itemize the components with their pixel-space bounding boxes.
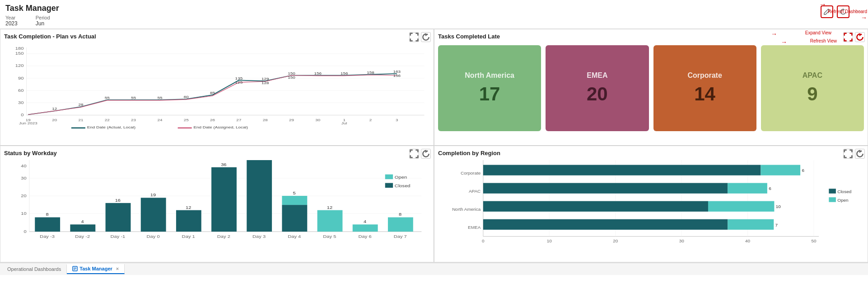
svg-text:Jul: Jul [341, 121, 347, 125]
svg-text:22: 22 [105, 118, 110, 122]
svg-text:158: 158 [367, 71, 374, 74]
svg-text:30: 30 [679, 239, 685, 244]
line-chart-title: Task Completion - Plan vs Actual [4, 33, 430, 40]
svg-text:28: 28 [263, 118, 268, 122]
status-workday-svg: 0 10 20 30 40 8 4 16 [4, 160, 430, 248]
svg-text:12: 12 [327, 205, 333, 209]
tasks-late-grid: North America17EMEA20Corporate14APAC9 [438, 45, 864, 131]
completion-region-panel: Completion by Region Corporate APAC Nort… [434, 146, 868, 262]
status-workday-expand-button[interactable] [409, 149, 419, 159]
bar-corporate-closed [483, 165, 761, 175]
svg-text:60: 60 [18, 88, 24, 92]
svg-text:20: 20 [52, 118, 57, 122]
svg-text:20: 20 [21, 194, 27, 198]
svg-text:85: 85 [210, 91, 215, 95]
svg-text:Closed: Closed [395, 184, 411, 188]
svg-text:125: 125 [235, 81, 243, 84]
svg-text:Day 2: Day 2 [217, 234, 230, 239]
header-right: Edit Dashboard icon → Refresh Dashboard … [821, 5, 863, 18]
bar-day0-closed [141, 198, 166, 232]
svg-text:5: 5 [293, 191, 296, 195]
refresh-arrow: → [828, 14, 867, 21]
svg-text:12: 12 [52, 107, 57, 111]
svg-text:6: 6 [769, 186, 771, 191]
svg-text:180: 180 [15, 46, 24, 50]
bar-day6-open [353, 224, 378, 232]
svg-text:156: 156 [341, 71, 348, 75]
svg-text:30: 30 [21, 176, 27, 180]
svg-text:APAC: APAC [469, 189, 481, 194]
refresh-view-annotation: Refresh View [810, 38, 837, 43]
region-card-north-america: North America17 [438, 45, 541, 131]
bar-day4-closed [282, 205, 307, 232]
tasks-late-panel: Tasks Completed Late Expand View → Refre… [434, 29, 868, 146]
svg-text:Closed: Closed [837, 189, 851, 194]
svg-text:0: 0 [21, 113, 24, 117]
svg-text:Open: Open [837, 198, 848, 203]
region-name: North America [465, 71, 514, 80]
svg-text:30: 30 [18, 100, 24, 104]
svg-text:50: 50 [812, 239, 817, 244]
status-workday-controls [409, 149, 431, 159]
page-title: Task Manager [5, 4, 59, 13]
completion-region-chart: Corporate APAC North America EMEA 42 [438, 160, 864, 248]
bar-emea-closed [483, 219, 728, 230]
svg-text:4: 4 [364, 219, 366, 224]
tab-operational-dashboards[interactable]: Operational Dashboards [2, 265, 67, 274]
bottom-tabs: Operational Dashboards Task Manager × [0, 262, 868, 275]
svg-text:150: 150 [288, 76, 295, 79]
svg-text:EMEA: EMEA [468, 225, 481, 230]
svg-text:29: 29 [289, 118, 294, 122]
svg-rect-49 [71, 127, 85, 128]
svg-text:55: 55 [157, 96, 162, 99]
svg-text:55: 55 [105, 96, 110, 99]
year-label: Year [5, 15, 18, 20]
tab-task-manager-close-button[interactable]: × [116, 266, 119, 271]
line-chart-refresh-button[interactable] [421, 32, 431, 42]
svg-text:End Date (Assigned, Local): End Date (Assigned, Local) [193, 126, 248, 129]
svg-text:150: 150 [15, 52, 24, 56]
expand-icon [844, 149, 853, 158]
svg-text:120: 120 [15, 64, 24, 68]
region-card-corporate: Corporate14 [653, 45, 756, 131]
svg-text:10: 10 [547, 239, 552, 244]
svg-text:16: 16 [115, 198, 121, 202]
status-workday-refresh-button[interactable] [421, 149, 431, 159]
svg-text:4: 4 [81, 219, 84, 224]
completion-region-expand-button[interactable] [843, 149, 853, 159]
refresh-view-arrow: → [781, 38, 787, 46]
tab-operational-label: Operational Dashboards [7, 266, 61, 272]
status-workday-title: Status by Workday [4, 150, 430, 156]
bar-emea-open [728, 219, 774, 230]
svg-text:40: 40 [21, 164, 27, 168]
refresh-icon [855, 33, 864, 42]
svg-text:150: 150 [288, 71, 295, 75]
completion-region-refresh-button[interactable] [855, 149, 865, 159]
svg-text:Open: Open [395, 175, 407, 180]
bar-apac-open [728, 183, 767, 194]
bar-day5-open [317, 210, 343, 232]
line-chart: 0 30 60 90 120 150 180 12 28 55 55 55 [4, 43, 430, 129]
header-filters: Year 2023 Period Jun [5, 15, 59, 27]
tasks-late-expand-button[interactable] [843, 32, 853, 42]
svg-text:156: 156 [314, 71, 322, 75]
refresh-icon [855, 149, 864, 158]
svg-text:Day 4: Day 4 [288, 234, 301, 239]
svg-text:129: 129 [261, 77, 269, 81]
svg-text:Day -1: Day -1 [110, 234, 125, 239]
tasks-late-refresh-button[interactable] [855, 32, 865, 42]
tab-task-manager[interactable]: Task Manager × [67, 264, 125, 274]
region-count: 14 [694, 83, 715, 105]
svg-text:24: 24 [157, 118, 162, 122]
completion-region-svg: Corporate APAC North America EMEA 42 [438, 160, 864, 248]
line-chart-expand-button[interactable] [409, 32, 419, 42]
region-card-emea: EMEA20 [546, 45, 649, 131]
svg-text:28: 28 [78, 103, 83, 107]
header: Task Manager Year 2023 Period Jun Edit D… [0, 0, 868, 29]
svg-text:Day 1: Day 1 [182, 234, 195, 239]
svg-rect-88 [385, 183, 393, 188]
region-name: EMEA [587, 71, 607, 80]
tab-task-manager-label: Task Manager [79, 266, 112, 271]
expand-icon [410, 33, 419, 42]
svg-text:60: 60 [184, 95, 189, 99]
